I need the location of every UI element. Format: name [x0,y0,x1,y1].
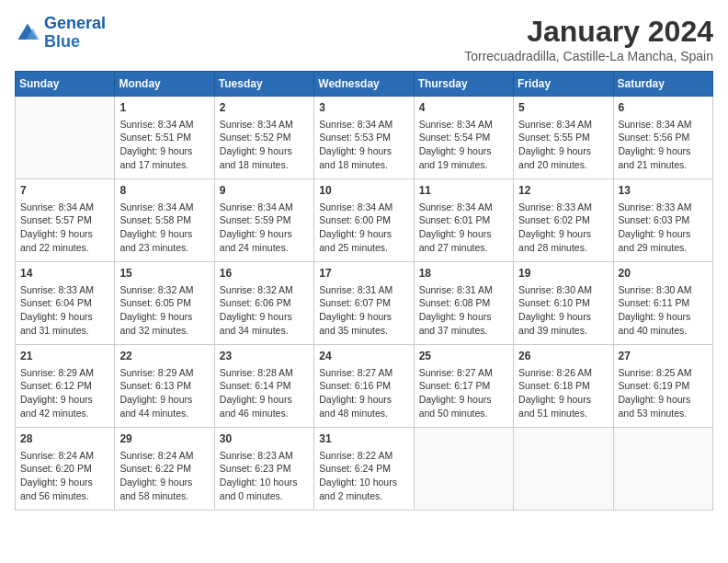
day-info: Sunrise: 8:29 AM [20,366,109,380]
day-info: Sunset: 6:01 PM [419,213,508,227]
day-info: and 20 minutes. [518,158,608,172]
day-info: and 46 minutes. [220,407,309,420]
day-info: Sunrise: 8:34 AM [20,201,109,214]
day-info: and 44 minutes. [119,407,209,420]
day-info: Daylight: 9 hours [119,476,209,489]
weekday-header: Monday [115,72,214,97]
calendar-cell: 18Sunrise: 8:31 AMSunset: 6:08 PMDayligh… [414,262,513,345]
day-info: Sunset: 6:22 PM [119,462,209,476]
calendar-week-row: 1Sunrise: 8:34 AMSunset: 5:51 PMDaylight… [16,97,713,179]
day-info: Sunrise: 8:34 AM [319,201,408,214]
calendar-cell [414,428,513,511]
day-info: Daylight: 9 hours [619,144,708,158]
day-info: Daylight: 9 hours [319,393,408,407]
day-info: Sunrise: 8:34 AM [119,118,209,132]
day-info: Daylight: 9 hours [319,144,408,158]
month-title: January 2024 [464,15,713,49]
day-info: and 58 minutes. [119,489,209,503]
day-number: 20 [619,266,708,282]
day-info: and 25 minutes. [319,241,408,255]
day-info: Sunset: 6:19 PM [619,379,708,393]
calendar-cell: 29Sunrise: 8:24 AMSunset: 6:22 PMDayligh… [115,428,214,511]
calendar-cell: 7Sunrise: 8:34 AMSunset: 5:57 PMDaylight… [16,179,115,262]
day-info: Sunset: 6:23 PM [220,462,309,476]
day-info: Sunset: 6:07 PM [319,296,408,310]
day-info: Daylight: 9 hours [119,393,209,407]
day-info: Sunrise: 8:22 AM [319,449,408,463]
day-info: Sunrise: 8:24 AM [119,449,209,463]
day-number: 28 [20,431,109,447]
calendar-cell: 14Sunrise: 8:33 AMSunset: 6:04 PMDayligh… [16,262,115,345]
day-number: 9 [220,183,309,199]
day-info: Daylight: 9 hours [518,393,608,407]
day-info: Sunset: 6:24 PM [319,462,408,476]
day-info: Daylight: 10 hours [319,476,408,489]
day-info: Sunset: 6:14 PM [220,379,309,393]
day-info: Sunset: 6:03 PM [619,213,708,227]
day-info: Sunset: 5:58 PM [119,213,209,227]
day-info: Sunrise: 8:23 AM [220,449,309,463]
calendar-header-row: SundayMondayTuesdayWednesdayThursdayFrid… [16,72,713,97]
day-info: Sunset: 6:16 PM [319,379,408,393]
day-info: Daylight: 9 hours [419,393,508,407]
calendar-cell: 23Sunrise: 8:28 AMSunset: 6:14 PMDayligh… [214,345,313,428]
calendar-cell: 11Sunrise: 8:34 AMSunset: 6:01 PMDayligh… [414,179,513,262]
calendar-week-row: 7Sunrise: 8:34 AMSunset: 5:57 PMDaylight… [16,179,713,262]
day-info: Sunset: 6:08 PM [419,296,508,310]
day-info: Sunset: 6:18 PM [518,379,608,393]
calendar-cell: 25Sunrise: 8:27 AMSunset: 6:17 PMDayligh… [414,345,513,428]
day-info: and 0 minutes. [220,489,309,503]
day-info: Sunrise: 8:28 AM [220,366,309,380]
day-info: Sunrise: 8:31 AM [419,283,508,297]
calendar-cell: 5Sunrise: 8:34 AMSunset: 5:55 PMDaylight… [514,97,613,179]
day-info: and 34 minutes. [220,324,309,338]
calendar-cell: 27Sunrise: 8:25 AMSunset: 6:19 PMDayligh… [613,345,712,428]
day-info: and 29 minutes. [619,241,708,255]
calendar-cell: 3Sunrise: 8:34 AMSunset: 5:53 PMDaylight… [314,97,414,179]
day-info: and 35 minutes. [319,324,408,338]
calendar-cell: 2Sunrise: 8:34 AMSunset: 5:52 PMDaylight… [214,97,313,179]
calendar-cell [514,428,613,511]
calendar-cell: 1Sunrise: 8:34 AMSunset: 5:51 PMDaylight… [115,97,214,179]
day-number: 18 [419,266,508,282]
calendar-cell: 24Sunrise: 8:27 AMSunset: 6:16 PMDayligh… [314,345,414,428]
calendar-cell [16,97,115,179]
day-info: Sunrise: 8:31 AM [319,283,408,297]
day-info: Sunset: 6:00 PM [319,213,408,227]
day-number: 29 [119,431,209,447]
day-info: and 23 minutes. [119,241,209,255]
day-number: 27 [619,349,708,364]
day-info: Sunrise: 8:27 AM [419,366,508,380]
day-number: 17 [319,266,408,282]
day-info: Sunrise: 8:26 AM [518,366,608,380]
day-info: Sunset: 5:55 PM [518,131,608,144]
day-info: Sunrise: 8:34 AM [319,118,408,132]
day-info: and 48 minutes. [319,407,408,420]
day-info: Daylight: 9 hours [119,227,209,241]
day-info: Sunrise: 8:30 AM [619,283,708,297]
day-info: Sunset: 6:05 PM [119,296,209,310]
day-info: Daylight: 9 hours [619,393,708,407]
day-info: Daylight: 9 hours [20,476,109,489]
calendar-week-row: 14Sunrise: 8:33 AMSunset: 6:04 PMDayligh… [16,262,713,345]
weekday-header: Thursday [414,72,513,97]
day-number: 24 [319,349,408,364]
day-info: Sunset: 6:02 PM [518,213,608,227]
page-header: General Blue January 2024 Torrecuadradil… [15,15,713,63]
day-number: 11 [419,183,508,199]
day-info: and 37 minutes. [419,324,508,338]
day-number: 22 [119,349,209,364]
day-info: Sunset: 5:54 PM [419,131,508,144]
day-info: Daylight: 9 hours [220,227,309,241]
calendar-cell [613,428,712,511]
day-info: Sunrise: 8:24 AM [20,449,109,463]
day-number: 19 [518,266,608,282]
day-number: 7 [20,183,109,199]
calendar-cell: 21Sunrise: 8:29 AMSunset: 6:12 PMDayligh… [16,345,115,428]
logo-line2: Blue [44,32,80,51]
day-number: 10 [319,183,408,199]
day-info: Daylight: 9 hours [319,310,408,324]
day-info: Daylight: 9 hours [220,393,309,407]
calendar-cell: 6Sunrise: 8:34 AMSunset: 5:56 PMDaylight… [613,97,712,179]
day-info: Sunrise: 8:34 AM [220,118,309,132]
